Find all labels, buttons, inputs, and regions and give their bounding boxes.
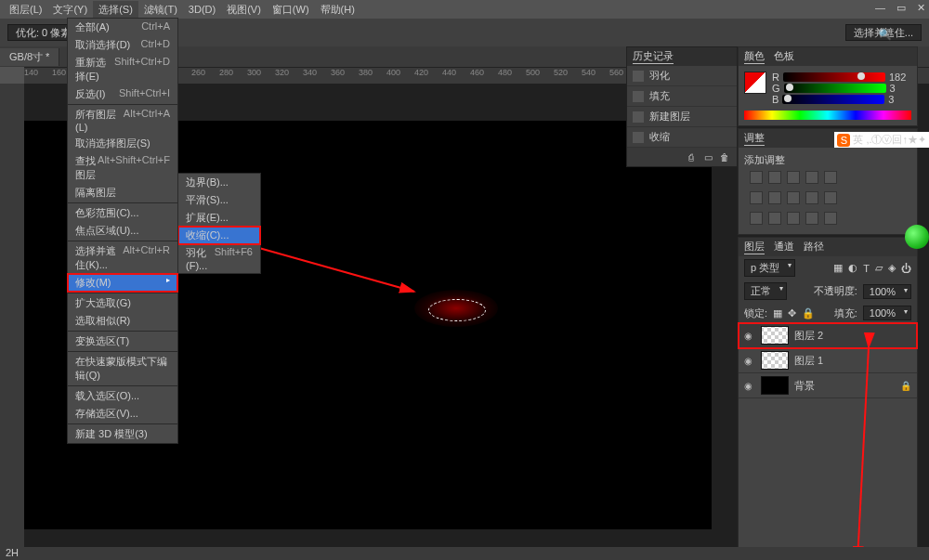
menu-item[interactable]: 重新选择(E)Shift+Ctrl+D	[68, 54, 177, 85]
menu-item[interactable]: 所有图层(L)Alt+Ctrl+A	[68, 106, 177, 135]
menu-item[interactable]: 选择并遮住(K)...Alt+Ctrl+R	[68, 242, 177, 274]
paths-tab[interactable]: 路径	[804, 240, 824, 254]
filter-adjust-icon[interactable]: ◐	[848, 262, 857, 274]
r-slider[interactable]	[783, 72, 885, 82]
menu-item[interactable]: 滤镜(T)	[138, 1, 183, 19]
menu-item[interactable]: 存储选区(V)...	[68, 405, 177, 423]
fill-select[interactable]: 100%	[863, 306, 911, 320]
filter-text-icon[interactable]: T	[863, 263, 870, 274]
color-tab[interactable]: 颜色	[744, 49, 765, 64]
submenu-item[interactable]: 边界(B)...	[178, 174, 260, 191]
menu-item[interactable]: 选择(S)	[93, 1, 138, 19]
menu-item[interactable]: 选取相似(R)	[68, 312, 177, 330]
gradient-map-icon[interactable]	[805, 212, 818, 225]
ime-icons[interactable]: ,.①ⓥ回↑★✦	[866, 133, 926, 147]
layer-name[interactable]: 背景	[794, 379, 815, 393]
posterize-icon[interactable]	[768, 212, 781, 225]
menu-item[interactable]: 文字(Y)	[47, 1, 93, 19]
hue-icon[interactable]	[750, 191, 763, 204]
vibrance-icon[interactable]	[824, 171, 837, 184]
lock-pixels-icon[interactable]: ▦	[773, 307, 782, 319]
selective-color-icon[interactable]	[824, 212, 837, 225]
layer-thumbnail[interactable]	[761, 326, 789, 345]
history-tab[interactable]: 历史记录	[633, 49, 674, 64]
b-value[interactable]: 3	[888, 94, 894, 105]
submenu-item[interactable]: 扩展(E)...	[178, 209, 260, 227]
menu-item[interactable]: 查找图层Alt+Shift+Ctrl+F	[68, 152, 177, 184]
menu-item[interactable]: 修改(M)	[68, 274, 177, 292]
close-button[interactable]: ✕	[917, 2, 925, 14]
filter-toggle-icon[interactable]: ⏻	[901, 263, 911, 274]
new-snapshot-icon[interactable]: ▭	[701, 150, 714, 163]
ime-toolbar[interactable]: S 英 ,.①ⓥ回↑★✦	[834, 132, 929, 148]
visibility-icon[interactable]	[744, 380, 755, 391]
search-icon[interactable]: 🔍	[878, 28, 892, 41]
bw-icon[interactable]	[787, 191, 800, 204]
filter-shape-icon[interactable]: ▱	[875, 262, 883, 274]
b-slider[interactable]	[782, 95, 884, 104]
g-slider[interactable]	[784, 84, 886, 93]
menu-item[interactable]: 变换选区(T)	[68, 332, 177, 350]
ime-mode[interactable]: 英	[853, 133, 863, 147]
layer-row[interactable]: 图层 1	[739, 348, 917, 373]
menu-item[interactable]: 扩大选取(G)	[68, 294, 177, 312]
exposure-icon[interactable]	[805, 171, 818, 184]
menu-item[interactable]: 载入选区(O)...	[68, 387, 177, 405]
minimize-button[interactable]: —	[875, 2, 885, 14]
history-item[interactable]: 填充	[627, 86, 737, 107]
brightness-icon[interactable]	[750, 171, 763, 184]
photo-filter-icon[interactable]	[805, 191, 818, 204]
menu-item[interactable]: 取消选择图层(S)	[68, 135, 177, 152]
channels-tab[interactable]: 通道	[774, 240, 794, 254]
menu-item[interactable]: 色彩范围(C)...	[68, 204, 177, 222]
history-item[interactable]: 羽化	[627, 66, 737, 86]
visibility-icon[interactable]	[744, 330, 755, 341]
menu-item[interactable]: 隔离图层	[68, 184, 177, 202]
menu-item[interactable]: 全部(A)Ctrl+A	[68, 19, 177, 36]
levels-icon[interactable]	[768, 171, 781, 184]
adjustments-tab[interactable]: 调整	[744, 131, 765, 146]
r-value[interactable]: 182	[889, 72, 906, 83]
layer-name[interactable]: 图层 1	[794, 354, 823, 368]
spectrum-bar[interactable]	[744, 111, 911, 120]
menu-item[interactable]: 图层(L)	[4, 1, 47, 19]
layer-row[interactable]: 图层 2	[739, 323, 917, 348]
submenu-item[interactable]: 平滑(S)...	[178, 191, 260, 209]
menu-item[interactable]: 视图(V)	[221, 1, 267, 19]
layer-thumbnail[interactable]	[761, 351, 789, 370]
camera-icon[interactable]: ⎙	[685, 150, 698, 163]
layers-tab[interactable]: 图层	[744, 240, 765, 254]
menu-item[interactable]: 反选(I)Shift+Ctrl+I	[68, 85, 177, 103]
assistant-bubble[interactable]	[905, 225, 929, 249]
trash-icon[interactable]: 🗑	[718, 150, 731, 163]
color-balance-icon[interactable]	[768, 191, 781, 204]
filter-smart-icon[interactable]: ◈	[888, 262, 896, 274]
layer-thumbnail[interactable]	[761, 376, 789, 395]
menu-item[interactable]: 取消选择(D)Ctrl+D	[68, 36, 177, 54]
menu-item[interactable]: 3D(D)	[183, 2, 221, 17]
g-value[interactable]: 3	[890, 83, 896, 94]
menu-item[interactable]: 帮助(H)	[315, 1, 360, 19]
menu-item[interactable]: 窗口(W)	[267, 1, 315, 19]
history-item[interactable]: 新建图层	[627, 107, 737, 127]
filter-pixel-icon[interactable]: ▦	[833, 262, 843, 274]
menu-item[interactable]: 新建 3D 模型(3)	[68, 425, 177, 443]
blend-mode-select[interactable]: 正常	[744, 282, 787, 300]
layer-name[interactable]: 图层 2	[794, 329, 823, 343]
swatches-tab[interactable]: 色板	[774, 49, 794, 64]
threshold-icon[interactable]	[787, 212, 800, 225]
maximize-button[interactable]: ▭	[896, 2, 906, 14]
submenu-item[interactable]: 收缩(C)...	[178, 227, 260, 244]
lock-position-icon[interactable]: ✥	[788, 307, 796, 319]
menu-item[interactable]: 焦点区域(U)...	[68, 222, 177, 240]
visibility-icon[interactable]	[744, 355, 755, 366]
history-item[interactable]: 收缩	[627, 127, 737, 148]
submenu-item[interactable]: 羽化(F)...Shift+F6	[178, 244, 260, 273]
document-tab[interactable]: GB/8寸 *	[0, 48, 59, 66]
lock-all-icon[interactable]: 🔒	[802, 307, 815, 319]
channel-mixer-icon[interactable]	[824, 191, 837, 204]
layer-row[interactable]: 背景🔒	[739, 373, 917, 398]
foreground-color-swatch[interactable]	[744, 72, 766, 94]
layer-kind-select[interactable]: p 类型	[744, 259, 795, 277]
menu-item[interactable]: 在快速蒙版模式下编辑(Q)	[68, 353, 177, 384]
